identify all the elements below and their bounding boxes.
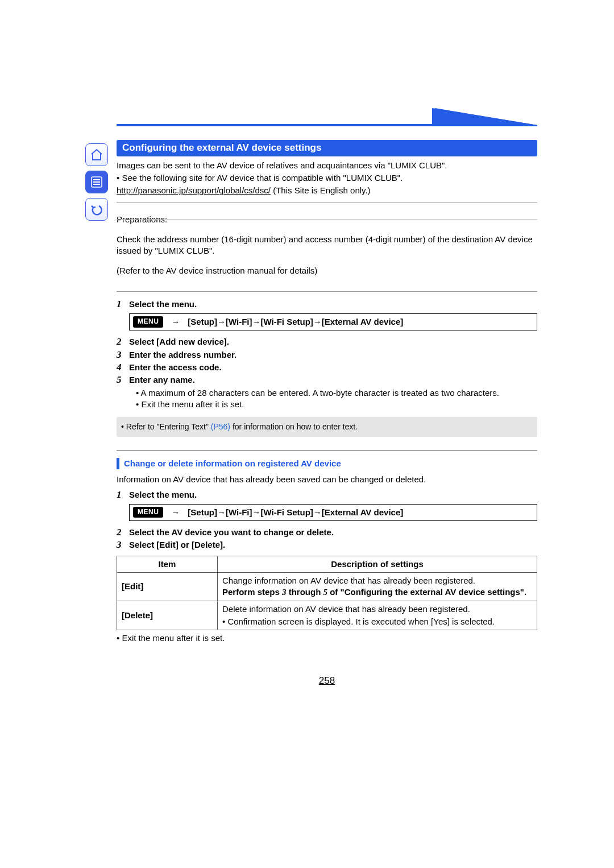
table-desc-sub: Confirmation screen is displayed. It is …	[222, 616, 532, 627]
home-icon[interactable]	[85, 143, 108, 166]
side-nav	[85, 143, 108, 221]
step-ref: 3	[282, 588, 287, 597]
steps-section-a: 1 Select the menu. MENU → [Setup]→[Wi-Fi…	[117, 299, 537, 410]
table-desc-bold: of "Configuring the external AV device s…	[327, 587, 526, 597]
preparations-text: Check the address number (16-digit numbe…	[117, 234, 537, 257]
preparations-box: Preparations: Check the address number (…	[117, 202, 537, 292]
step-number: 4	[117, 362, 129, 373]
after-table-note: Exit the menu after it is set.	[117, 633, 537, 644]
step-number: 5	[117, 374, 129, 386]
step-title: Select the menu.	[129, 489, 537, 501]
step-number: 3	[117, 539, 129, 551]
step-title: Enter the access code.	[129, 362, 537, 373]
intro-line: See the following site for AV device tha…	[117, 172, 537, 184]
menu-path: [Setup]→[Wi-Fi]→[Wi-Fi Setup]→[External …	[188, 507, 403, 518]
arrow-icon: →	[171, 507, 180, 518]
step-subnote: A maximum of 28 characters can be entere…	[136, 387, 537, 399]
step-title: Select [Edit] or [Delete].	[129, 539, 537, 551]
note-text: for information on how to enter text.	[230, 422, 358, 431]
table-header-item: Item	[117, 556, 218, 572]
note-box: Refer to "Entering Text" (P56) for infor…	[117, 417, 537, 437]
intro-line: Images can be sent to the AV device of r…	[117, 160, 537, 171]
step-subnote: Exit the menu after it is set.	[136, 399, 537, 410]
note-text: Refer to "Entering Text"	[126, 422, 211, 431]
table-desc-bold: Perform steps	[222, 587, 282, 597]
table-row: [Delete] Delete information on AV device…	[117, 601, 537, 630]
intro-b: Information on AV device that has alread…	[117, 474, 537, 485]
section-title: Configuring the external AV device setti…	[117, 140, 537, 156]
step-title: Select the AV device you want to change …	[129, 527, 537, 538]
table-header-desc: Description of settings	[218, 556, 537, 572]
table-desc: Delete information on AV device that has…	[218, 601, 537, 630]
step-title: Select the menu.	[129, 299, 537, 310]
back-icon[interactable]	[85, 198, 108, 221]
category-label: Wi-Fi/NFC	[120, 111, 157, 122]
compat-link[interactable]: http://panasonic.jp/support/global/cs/ds…	[117, 185, 271, 195]
compat-note: (This Site is English only.)	[271, 185, 371, 195]
menu-chip: MENU	[133, 316, 163, 327]
step-number: 2	[117, 527, 129, 538]
menu-path: [Setup]→[Wi-Fi]→[Wi-Fi Setup]→[External …	[188, 316, 403, 328]
step-number: 2	[117, 336, 129, 348]
menu-path-box: MENU → [Setup]→[Wi-Fi]→[Wi-Fi Setup]→[Ex…	[129, 504, 537, 521]
sub-heading-wrap: Change or delete information on register…	[117, 450, 537, 469]
table-desc-line: Change information on AV device that has…	[222, 575, 532, 586]
settings-table: Item Description of settings [Edit] Chan…	[117, 556, 537, 630]
preparations-label: Preparations:	[117, 214, 537, 225]
preparations-text: (Refer to the AV device instruction manu…	[117, 265, 537, 276]
step-number: 1	[117, 489, 129, 501]
table-row: [Edit] Change information on AV device t…	[117, 573, 537, 601]
toc-icon[interactable]	[85, 171, 108, 193]
menu-chip: MENU	[133, 507, 163, 518]
table-desc: Change information on AV device that has…	[218, 573, 537, 601]
arrow-icon: →	[171, 316, 180, 328]
step-ref: 5	[323, 588, 328, 597]
menu-path-box: MENU → [Setup]→[Wi-Fi]→[Wi-Fi Setup]→[Ex…	[129, 313, 537, 330]
step-number: 3	[117, 349, 129, 361]
step-number: 1	[117, 299, 129, 310]
steps-section-b: 1 Select the menu. MENU → [Setup]→[Wi-Fi…	[117, 489, 537, 551]
intro-block: Images can be sent to the AV device of r…	[117, 160, 537, 197]
page-reference[interactable]: (P56)	[211, 422, 230, 431]
page-number: 258	[117, 675, 537, 688]
step-title: Enter any name.	[129, 374, 537, 386]
sub-heading: Change or delete information on register…	[117, 458, 537, 469]
table-item: [Edit]	[117, 573, 218, 601]
table-desc-line: Delete information on AV device that has…	[222, 604, 532, 615]
category-tab: Wi-Fi/NFC	[117, 108, 537, 126]
table-desc-bold: through	[287, 587, 323, 597]
table-item: [Delete]	[117, 601, 218, 630]
step-title: Select [Add new device].	[129, 336, 537, 348]
step-title: Enter the address number.	[129, 349, 537, 361]
